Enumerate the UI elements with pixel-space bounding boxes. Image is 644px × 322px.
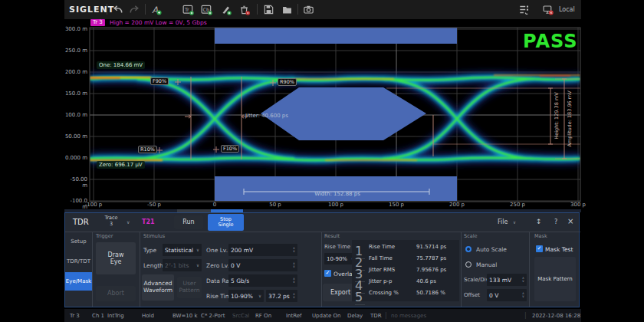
status-update: Update On (312, 313, 341, 319)
tab-tdr-tdt[interactable]: TDR/TDT (65, 252, 92, 271)
mask-test-label: Mask Test (545, 246, 573, 253)
eye-diagram (64, 21, 581, 210)
auto-scale-label: Auto Scale (476, 246, 507, 253)
draw-eye-button[interactable]: Draw Eye (96, 242, 136, 274)
zero-level-label: Zero Lv. (206, 262, 229, 269)
manual-scale-radio[interactable] (465, 261, 472, 268)
trace-selector[interactable]: Trace 3 (99, 215, 123, 227)
advanced-waveform-button[interactable]: Advanced Waveform (142, 274, 174, 301)
status-separator: | (524, 312, 527, 319)
chevron-down-icon: ∨ (513, 220, 516, 225)
rise-time-def-dropdown[interactable]: 10-90%∨ (228, 290, 264, 302)
status-trigger: IntTrig (107, 313, 124, 319)
run-button[interactable]: Run (174, 215, 203, 229)
toolbar-separator (145, 4, 146, 15)
amplitude-readout: Amplitude: 183.96 mV (567, 80, 573, 157)
close-panel-button[interactable]: × (567, 217, 573, 225)
brand-logo: SIGLENT (69, 5, 114, 15)
delete-icon[interactable] (238, 4, 250, 15)
offset-input[interactable]: 0 V∧∨ (487, 289, 527, 301)
redo-icon[interactable] (129, 4, 140, 15)
status-separator: | (385, 312, 387, 319)
x-tick: -50 p (139, 202, 169, 208)
one-level-label: One Lv. (206, 247, 228, 254)
result-row-value: 91.5714 ps (416, 244, 446, 250)
tab-eye-mask[interactable]: Eye/Mask (65, 272, 92, 291)
status-channel: Ch 1 (92, 313, 104, 319)
result-row-name: Jitter RMS (369, 267, 395, 273)
svg-text:Tr: Tr (184, 7, 189, 12)
toolbar-separator (107, 4, 107, 15)
stop-single-button[interactable]: Stop Single (208, 214, 244, 231)
trace-selector-line1: Trace (99, 215, 123, 221)
status-bandwidth: BW=10 k (172, 313, 198, 319)
user-pattern-button[interactable]: User Pattern (177, 277, 202, 298)
result-row-index: 5 (355, 290, 365, 305)
x-tick: 50 p (260, 202, 291, 208)
data-rate-input[interactable]: 5 Gb/s∧∨ (228, 274, 297, 287)
mask-test-checkbox[interactable]: ✓ (536, 245, 543, 252)
length-label: Length (143, 262, 163, 269)
rise-time-input[interactable]: 37.2 ps∧∨ (266, 290, 297, 302)
trace-selector-line2: 3 (99, 221, 123, 227)
one-level-input[interactable]: 200 mV∧∨ (228, 244, 297, 256)
status-delay: Delay (347, 313, 363, 319)
manual-scale-label: Manual (476, 261, 497, 268)
local-mode-label: Local (559, 6, 575, 13)
channel-label-icon[interactable]: Cb (201, 4, 212, 15)
status-ref: IntRef (286, 313, 302, 319)
instrument-app: SIGLENT A Tr Cb Local Tr 3 (64, 0, 581, 322)
toolbar: SIGLENT A Tr Cb Local (64, 0, 581, 19)
auto-scale-radio[interactable] (465, 246, 472, 252)
scale-div-input[interactable]: 133 mV∧∨ (487, 274, 527, 286)
help-button[interactable]: ? (554, 219, 557, 225)
collapse-panel-icon[interactable]: ↕ (536, 218, 542, 225)
trigger-section-title: Trigger (96, 233, 113, 239)
auto-measure-icon[interactable]: A (150, 4, 162, 15)
panel-title: TDR (73, 218, 89, 226)
toolbar-separator (257, 4, 258, 15)
zero-level-input[interactable]: 0 V∧∨ (228, 259, 297, 271)
network-icon[interactable] (542, 4, 554, 15)
result-row-value: 75.7787 ps (416, 255, 446, 261)
one-level-readout: One: 184.66 mV (97, 61, 145, 69)
status-cal: C* 2-Port (201, 313, 225, 319)
screenshot-icon[interactable] (303, 4, 314, 15)
result-row-name: Rise Time (369, 244, 395, 250)
result-row-name: Crossing % (369, 290, 399, 296)
tab-setup[interactable]: Setup (65, 232, 92, 251)
r90-marker: R90% (278, 78, 297, 86)
file-menu[interactable]: File (498, 219, 508, 225)
save-icon[interactable] (263, 4, 274, 15)
trace-label-icon[interactable]: Tr (182, 4, 194, 15)
tdr-panel: TDR Trace 3 ∨ T21 Run Stop Single File ∨… (64, 212, 580, 307)
status-rf: RF On (255, 313, 271, 319)
status-datetime: 2022-12-08 16:28 (532, 313, 580, 319)
status-mode: TDR (370, 313, 382, 319)
y-tick: 300.0 m (64, 26, 87, 32)
status-hold: Hold (142, 313, 154, 319)
result-row-value: 50.7186 % (416, 290, 445, 296)
mask-pattern-button[interactable]: Mask Pattern (534, 257, 576, 301)
status-srccal: SrcCal (232, 313, 249, 319)
toolbar-separator (297, 4, 298, 15)
trace-tag[interactable]: T21 (142, 219, 155, 225)
display-settings-icon[interactable] (518, 4, 530, 15)
svg-text:Cb: Cb (203, 7, 209, 12)
overlay-checkbox[interactable]: ✓ (324, 270, 331, 277)
length-dropdown: 2⁷-1 bits∨ (163, 259, 202, 271)
abort-button[interactable]: Abort (96, 286, 136, 301)
y-tick: 150.0 m (64, 90, 87, 97)
x-tick: 300 p (563, 202, 593, 208)
undo-icon[interactable] (112, 4, 123, 15)
type-dropdown[interactable]: Statistical∨ (163, 244, 202, 256)
y-tick: -50.00 m (64, 176, 87, 189)
open-icon[interactable] (281, 4, 293, 15)
chevron-down-icon: ∨ (127, 219, 130, 225)
y-tick: 0.000 m (64, 155, 87, 161)
result-row-value: 40.6 ps (416, 278, 436, 284)
jitter-readout: Jitter: 40.600 ps (245, 113, 288, 119)
status-bar: Tr 3 Ch 1 IntTrig Hold BW=10 k C* 2-Port… (64, 309, 581, 322)
y-tick: 100.0 m (64, 112, 87, 118)
marker-icon[interactable] (220, 4, 232, 15)
